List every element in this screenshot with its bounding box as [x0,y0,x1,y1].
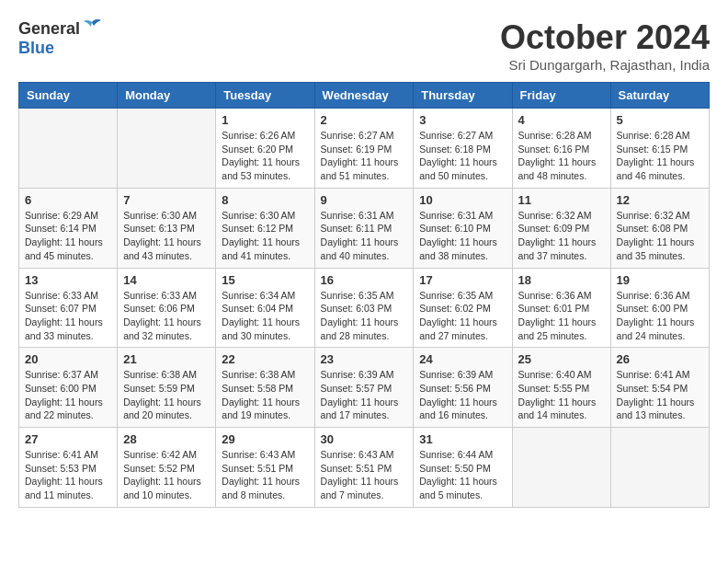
day-info: Sunrise: 6:41 AM Sunset: 5:54 PM Dayligh… [617,368,703,422]
day-info: Sunrise: 6:44 AM Sunset: 5:50 PM Dayligh… [419,448,506,502]
day-info: Sunrise: 6:35 AM Sunset: 6:03 PM Dayligh… [321,289,408,343]
day-info: Sunrise: 6:43 AM Sunset: 5:51 PM Dayligh… [321,448,408,502]
day-info: Sunrise: 6:32 AM Sunset: 6:09 PM Dayligh… [518,209,605,263]
calendar-table: SundayMondayTuesdayWednesdayThursdayFrid… [18,82,710,508]
day-number: 26 [617,352,703,366]
calendar-cell: 29Sunrise: 6:43 AM Sunset: 5:51 PM Dayli… [216,428,314,508]
day-number: 25 [518,352,605,366]
day-info: Sunrise: 6:36 AM Sunset: 6:01 PM Dayligh… [518,289,605,343]
day-number: 30 [321,432,408,446]
day-number: 5 [617,113,703,127]
logo-bird-icon [82,18,102,39]
calendar-cell: 13Sunrise: 6:33 AM Sunset: 6:07 PM Dayli… [19,268,118,348]
day-info: Sunrise: 6:31 AM Sunset: 6:10 PM Dayligh… [419,209,506,263]
day-info: Sunrise: 6:30 AM Sunset: 6:12 PM Dayligh… [222,209,308,263]
calendar-cell: 23Sunrise: 6:39 AM Sunset: 5:57 PM Dayli… [314,348,414,428]
calendar-cell: 28Sunrise: 6:42 AM Sunset: 5:52 PM Dayli… [118,428,216,508]
day-info: Sunrise: 6:26 AM Sunset: 6:20 PM Dayligh… [222,129,308,183]
calendar-cell: 8Sunrise: 6:30 AM Sunset: 6:12 PM Daylig… [216,188,314,268]
weekday-header-tuesday: Tuesday [216,83,314,109]
day-number: 31 [419,432,506,446]
day-info: Sunrise: 6:30 AM Sunset: 6:13 PM Dayligh… [123,209,210,263]
calendar-cell [19,109,118,189]
calendar-cell: 15Sunrise: 6:34 AM Sunset: 6:04 PM Dayli… [216,268,314,348]
day-info: Sunrise: 6:39 AM Sunset: 5:56 PM Dayligh… [419,368,506,422]
calendar-cell: 7Sunrise: 6:30 AM Sunset: 6:13 PM Daylig… [118,188,216,268]
calendar-cell: 3Sunrise: 6:27 AM Sunset: 6:18 PM Daylig… [414,109,512,189]
calendar-cell: 5Sunrise: 6:28 AM Sunset: 6:15 PM Daylig… [610,109,709,189]
calendar-cell: 26Sunrise: 6:41 AM Sunset: 5:54 PM Dayli… [610,348,709,428]
calendar-week-3: 13Sunrise: 6:33 AM Sunset: 6:07 PM Dayli… [19,268,710,348]
calendar-cell: 31Sunrise: 6:44 AM Sunset: 5:50 PM Dayli… [414,428,512,508]
calendar-week-1: 1Sunrise: 6:26 AM Sunset: 6:20 PM Daylig… [19,109,710,189]
day-number: 8 [222,193,308,207]
calendar-cell: 1Sunrise: 6:26 AM Sunset: 6:20 PM Daylig… [216,109,314,189]
calendar-cell: 18Sunrise: 6:36 AM Sunset: 6:01 PM Dayli… [512,268,610,348]
calendar-cell: 4Sunrise: 6:28 AM Sunset: 6:16 PM Daylig… [512,109,610,189]
calendar-cell: 20Sunrise: 6:37 AM Sunset: 6:00 PM Dayli… [19,348,118,428]
day-number: 29 [222,432,308,446]
day-number: 1 [222,113,308,127]
day-number: 13 [25,273,111,287]
day-info: Sunrise: 6:38 AM Sunset: 5:58 PM Dayligh… [222,368,308,422]
day-info: Sunrise: 6:37 AM Sunset: 6:00 PM Dayligh… [25,368,111,422]
day-number: 20 [25,352,111,366]
location: Sri Dungargarh, Rajasthan, India [500,57,710,73]
calendar-cell: 6Sunrise: 6:29 AM Sunset: 6:14 PM Daylig… [19,188,118,268]
weekday-header-sunday: Sunday [19,83,118,109]
weekday-header-friday: Friday [512,83,610,109]
day-info: Sunrise: 6:43 AM Sunset: 5:51 PM Dayligh… [222,448,308,502]
day-number: 10 [419,193,506,207]
day-number: 23 [321,352,408,366]
calendar-cell: 14Sunrise: 6:33 AM Sunset: 6:06 PM Dayli… [118,268,216,348]
day-info: Sunrise: 6:42 AM Sunset: 5:52 PM Dayligh… [123,448,210,502]
day-number: 4 [518,113,605,127]
day-number: 19 [617,273,703,287]
calendar-cell: 17Sunrise: 6:35 AM Sunset: 6:02 PM Dayli… [414,268,512,348]
weekday-header-wednesday: Wednesday [314,83,414,109]
calendar-cell: 10Sunrise: 6:31 AM Sunset: 6:10 PM Dayli… [414,188,512,268]
day-info: Sunrise: 6:36 AM Sunset: 6:00 PM Dayligh… [617,289,703,343]
day-number: 3 [419,113,506,127]
day-info: Sunrise: 6:27 AM Sunset: 6:19 PM Dayligh… [321,129,408,183]
day-number: 17 [419,273,506,287]
day-number: 6 [25,193,111,207]
day-info: Sunrise: 6:40 AM Sunset: 5:55 PM Dayligh… [518,368,605,422]
weekday-header-row: SundayMondayTuesdayWednesdayThursdayFrid… [19,83,710,109]
day-number: 9 [321,193,408,207]
day-number: 12 [617,193,703,207]
day-info: Sunrise: 6:34 AM Sunset: 6:04 PM Dayligh… [222,289,308,343]
logo-general-text: General [18,19,80,39]
weekday-header-monday: Monday [118,83,216,109]
title-block: October 2024 Sri Dungargarh, Rajasthan, … [500,18,710,73]
calendar-cell: 11Sunrise: 6:32 AM Sunset: 6:09 PM Dayli… [512,188,610,268]
calendar-cell [512,428,610,508]
day-info: Sunrise: 6:35 AM Sunset: 6:02 PM Dayligh… [419,289,506,343]
day-number: 2 [321,113,408,127]
calendar-cell: 9Sunrise: 6:31 AM Sunset: 6:11 PM Daylig… [314,188,414,268]
day-number: 16 [321,273,408,287]
calendar-cell: 12Sunrise: 6:32 AM Sunset: 6:08 PM Dayli… [610,188,709,268]
calendar-week-5: 27Sunrise: 6:41 AM Sunset: 5:53 PM Dayli… [19,428,710,508]
day-info: Sunrise: 6:31 AM Sunset: 6:11 PM Dayligh… [321,209,408,263]
calendar-cell: 2Sunrise: 6:27 AM Sunset: 6:19 PM Daylig… [314,109,414,189]
day-info: Sunrise: 6:28 AM Sunset: 6:15 PM Dayligh… [617,129,703,183]
calendar-cell: 27Sunrise: 6:41 AM Sunset: 5:53 PM Dayli… [19,428,118,508]
calendar-week-4: 20Sunrise: 6:37 AM Sunset: 6:00 PM Dayli… [19,348,710,428]
month-title: October 2024 [500,18,710,57]
day-number: 28 [123,432,210,446]
day-number: 21 [123,352,210,366]
day-info: Sunrise: 6:33 AM Sunset: 6:06 PM Dayligh… [123,289,210,343]
day-info: Sunrise: 6:38 AM Sunset: 5:59 PM Dayligh… [123,368,210,422]
day-number: 15 [222,273,308,287]
calendar-week-2: 6Sunrise: 6:29 AM Sunset: 6:14 PM Daylig… [19,188,710,268]
calendar-cell: 24Sunrise: 6:39 AM Sunset: 5:56 PM Dayli… [414,348,512,428]
page-header: General Blue October 2024 Sri Dungargarh… [18,18,710,73]
day-number: 24 [419,352,506,366]
calendar-cell: 22Sunrise: 6:38 AM Sunset: 5:58 PM Dayli… [216,348,314,428]
logo: General Blue [18,18,102,58]
calendar-cell [118,109,216,189]
day-info: Sunrise: 6:32 AM Sunset: 6:08 PM Dayligh… [617,209,703,263]
day-number: 27 [25,432,111,446]
day-number: 22 [222,352,308,366]
